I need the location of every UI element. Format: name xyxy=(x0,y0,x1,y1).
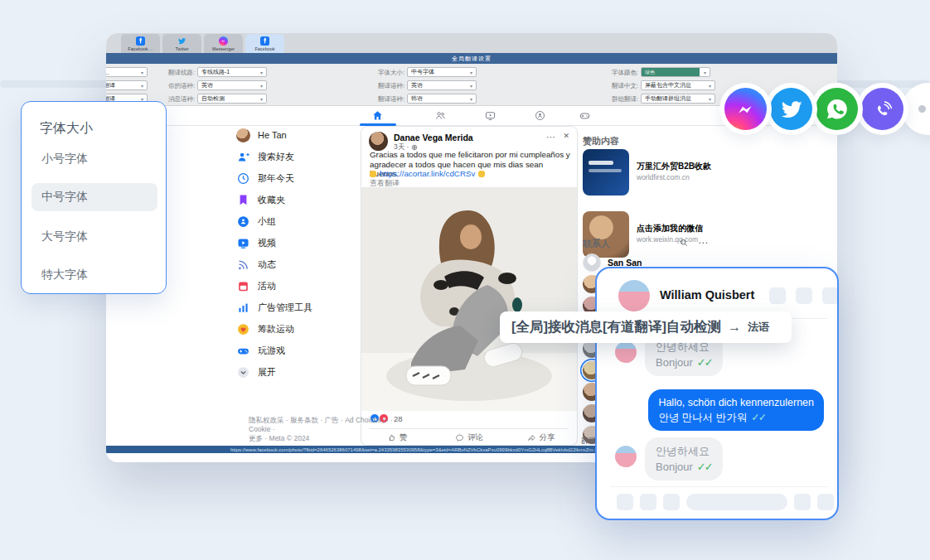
messenger-icon xyxy=(724,88,767,130)
post-more-options-icon[interactable]: ⋯ xyxy=(546,132,555,142)
font-option-medium-selected[interactable]: 中号字体 xyxy=(31,183,157,211)
sidebar-item-groups[interactable]: 小组 xyxy=(236,210,361,232)
comment-button[interactable]: 评论 xyxy=(434,430,506,446)
setting-dropdown[interactable]: 专线线路-1▾ xyxy=(197,67,267,77)
more-options-icon[interactable]: ⋯ xyxy=(697,237,709,249)
chat-contact-avatar[interactable] xyxy=(618,280,650,311)
setting-dropdown[interactable]: 自动检测▾ xyxy=(197,94,267,104)
user-avatar xyxy=(236,128,250,142)
gaming-tab[interactable] xyxy=(575,109,593,122)
delivered-checks-icon: ✓✓ xyxy=(751,412,765,423)
chat-header-button[interactable] xyxy=(769,287,786,304)
chat-input-field[interactable] xyxy=(686,494,787,510)
font-panel-title: 字体大小 xyxy=(40,120,93,138)
watch-tab[interactable] xyxy=(481,109,499,122)
chat-header-button[interactable] xyxy=(822,287,839,304)
post-photo[interactable] xyxy=(361,187,577,411)
setting-dropdown[interactable]: 手动翻译群组消息▾ xyxy=(641,94,715,104)
sidebar-item-video[interactable]: 视频 xyxy=(236,232,361,253)
post-author-name[interactable]: Danae Vega Merida xyxy=(394,133,473,142)
whatsapp-platform[interactable] xyxy=(811,83,863,135)
twitter-platform[interactable] xyxy=(765,83,817,135)
chat-toolbar-button[interactable] xyxy=(617,494,633,510)
tab-strip: Facebook ... Twitter Messenger Facebook xyxy=(106,33,837,53)
sidebar-item-saved[interactable]: 收藏夹 xyxy=(236,189,361,210)
tab-label: Facebook ... xyxy=(128,46,153,51)
chat-toolbar-button[interactable] xyxy=(794,494,811,510)
tab-label: Twitter xyxy=(175,46,188,51)
sidebar-item-see-more[interactable]: 展开 xyxy=(236,361,361,383)
divider xyxy=(610,486,827,487)
post-link[interactable]: https://acortar.link/cdCRSv xyxy=(370,169,485,178)
setting-label: 翻译语种: xyxy=(363,95,404,104)
font-option-large[interactable]: 大号字体 xyxy=(31,223,157,251)
tab-facebook-2-active[interactable]: Facebook xyxy=(245,34,284,53)
share-button[interactable]: 分享 xyxy=(505,430,577,446)
video-icon xyxy=(236,236,250,250)
page: Facebook ... Twitter Messenger Facebook xyxy=(0,0,930,560)
caret-icon: ▾ xyxy=(138,70,143,75)
setting-dropdown[interactable]: 屏蔽包含中文消息▾ xyxy=(641,80,715,90)
titlebar-text: 全局翻译设置 xyxy=(452,55,492,63)
sidebar-item-find-friends[interactable]: 搜索好友 xyxy=(236,146,361,167)
font-option-small[interactable]: 小号字体 xyxy=(31,145,157,173)
tab-messenger[interactable]: Messenger xyxy=(204,34,243,53)
outgoing-message: Hallo, schön dich kennenzulernen 안녕 만나서 … xyxy=(648,389,824,431)
font-color-dropdown[interactable]: 绿色 ▾ xyxy=(641,67,710,77)
setting-label: 群组翻译: xyxy=(597,95,638,104)
ad-title: 万里汇外贸B2B收款 xyxy=(637,161,744,172)
sidebar-item-profile[interactable]: He Tan xyxy=(236,124,361,146)
chat-header-button[interactable] xyxy=(796,287,812,304)
setting-label: 翻译线路: xyxy=(153,69,195,77)
search-icon[interactable] xyxy=(678,237,690,249)
sidebar-item-memories[interactable]: 那年今天 xyxy=(236,167,361,189)
ads-manager-chart-icon xyxy=(236,301,250,315)
friends-tab[interactable] xyxy=(431,109,449,122)
setting-dropdown[interactable]: 中号字体▾ xyxy=(407,67,477,77)
sidebar-item-gaming[interactable]: 玩游戏 xyxy=(236,340,361,361)
chat-toolbar-button[interactable] xyxy=(640,494,656,510)
groups-tab[interactable] xyxy=(530,109,549,122)
font-option-xlarge[interactable]: 特大字体 xyxy=(31,261,157,289)
tooltip-target-language: 法语 xyxy=(748,320,769,335)
twitter-icon xyxy=(177,36,186,46)
home-tab[interactable] xyxy=(368,109,386,122)
post-author-avatar[interactable] xyxy=(369,132,388,151)
caret-icon: ▾ xyxy=(258,83,263,89)
sponsored-ad[interactable]: 万里汇外贸B2B收款 worldfirst.com.cn xyxy=(583,149,748,196)
sponsored-ad[interactable]: 点击添加我的微信 work.weixin.qq.com xyxy=(583,211,748,258)
tab-twitter[interactable]: Twitter xyxy=(162,34,201,53)
post-close-icon[interactable]: ✕ xyxy=(563,132,569,140)
caret-icon: ▾ xyxy=(467,96,472,102)
sidebar-item-fundraisers[interactable]: 筹款运动 xyxy=(236,318,361,340)
whatsapp-icon xyxy=(816,88,858,130)
chat-contact-name: William Quisbert xyxy=(660,288,754,302)
raised-hands-emoji xyxy=(478,171,485,177)
raised-hands-emoji xyxy=(370,171,376,177)
setting-dropdown[interactable]: 英语▾ xyxy=(407,80,477,90)
setting-dropdown[interactable]: …▾ xyxy=(106,67,148,77)
chevron-down-icon xyxy=(236,365,250,379)
contact-avatar xyxy=(583,253,601,272)
divider xyxy=(370,428,569,429)
setting-dropdown[interactable]: 翻译▾ xyxy=(106,80,148,90)
sidebar-item-feeds[interactable]: 动态 xyxy=(236,253,361,275)
ad-title: 点击添加我的微信 xyxy=(637,223,744,234)
messenger-platform[interactable] xyxy=(719,83,772,135)
tab-facebook-1[interactable]: Facebook ... xyxy=(121,34,160,53)
supported-platform-icons xyxy=(719,83,930,135)
saved-bookmark-icon xyxy=(236,193,250,207)
share-icon xyxy=(527,433,536,442)
events-calendar-icon xyxy=(236,279,250,293)
setting-dropdown[interactable]: 韩语▾ xyxy=(407,94,477,104)
setting-label: 字体大小: xyxy=(363,69,404,77)
contacts-title: 联系人 xyxy=(583,238,610,250)
chat-window: William Quisbert 안녕하세요 Bonjour✓✓ Hallo, … xyxy=(595,267,839,520)
chat-toolbar-button[interactable] xyxy=(663,494,680,510)
sidebar-item-events[interactable]: 活动 xyxy=(236,275,361,297)
delivered-checks-icon: ✓✓ xyxy=(697,461,712,473)
sidebar-item-ads-manager[interactable]: 广告管理工具 xyxy=(236,297,361,318)
viber-platform[interactable] xyxy=(856,83,908,135)
setting-dropdown[interactable]: 英语▾ xyxy=(197,80,267,90)
chat-toolbar-button[interactable] xyxy=(817,494,834,510)
